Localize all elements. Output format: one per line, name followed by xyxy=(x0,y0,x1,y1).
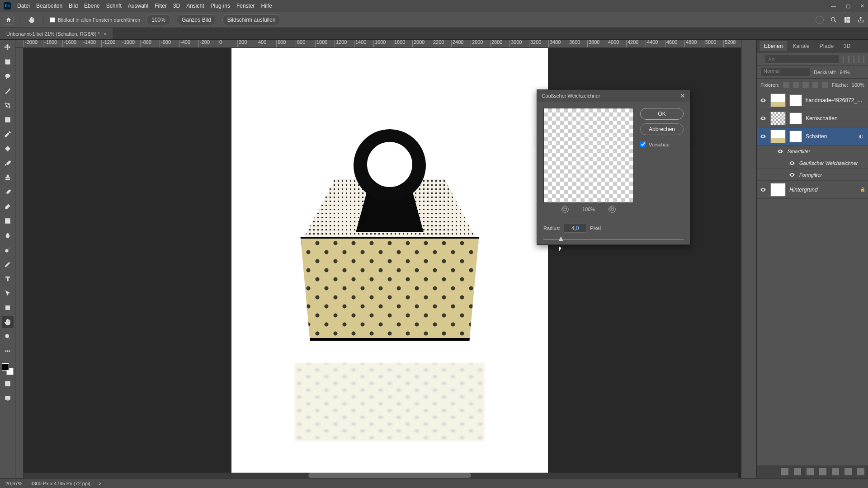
tab-layers[interactable]: Ebenen xyxy=(760,41,787,51)
scrollbar-thumb[interactable] xyxy=(308,473,471,478)
eraser-tool[interactable] xyxy=(2,201,14,212)
hand-tool-icon[interactable] xyxy=(27,15,37,25)
layer-thumbnail[interactable] xyxy=(770,94,786,107)
group-icon[interactable] xyxy=(832,468,839,475)
lock-position-icon[interactable] xyxy=(802,82,809,88)
blur-tool[interactable] xyxy=(2,230,14,241)
mask-icon[interactable] xyxy=(807,468,814,475)
search-icon[interactable] xyxy=(830,16,837,23)
menu-help[interactable]: Hilfe xyxy=(261,3,272,9)
lock-artboard-icon[interactable] xyxy=(812,82,819,88)
menu-filter[interactable]: Filter xyxy=(155,3,167,9)
dialog-preview[interactable] xyxy=(543,108,634,203)
filter-shape-icon[interactable] xyxy=(858,56,859,63)
cancel-button[interactable]: Abbrechen xyxy=(640,123,684,135)
share-icon[interactable] xyxy=(857,16,864,23)
wand-tool[interactable] xyxy=(2,85,14,97)
menu-type[interactable]: Schrift xyxy=(106,3,122,9)
radius-slider[interactable] xyxy=(537,235,690,244)
menu-select[interactable]: Auswahl xyxy=(128,3,148,9)
layer-thumbnail[interactable] xyxy=(770,112,786,125)
layer-name[interactable]: Formgitter xyxy=(799,172,865,178)
brush-tool[interactable] xyxy=(2,157,14,169)
ok-button[interactable]: OK xyxy=(640,108,684,120)
status-zoom[interactable]: 20,97% xyxy=(5,481,22,486)
move-tool[interactable] xyxy=(2,42,14,53)
visibility-eye-icon[interactable] xyxy=(777,148,784,155)
menu-3d[interactable]: 3D xyxy=(173,3,180,9)
layer-name[interactable]: handmade-4926872_1920 Kopie xyxy=(806,97,865,103)
zoom-out-icon[interactable] xyxy=(561,206,569,213)
status-doc-info[interactable]: 3300 Px x 4765 Px (72 ppi) xyxy=(30,481,90,486)
layer-thumbnail[interactable] xyxy=(770,130,786,143)
heal-tool[interactable] xyxy=(2,143,14,155)
tab-channels[interactable]: Kanäle xyxy=(788,41,814,51)
maximize-button[interactable]: ▢ xyxy=(846,3,850,9)
layer-mask-thumbnail[interactable] xyxy=(789,113,802,124)
layer-row[interactable]: Schatten◐ xyxy=(757,127,868,145)
dialog-close-icon[interactable]: ✕ xyxy=(680,92,685,99)
blend-mode-select[interactable]: Normal xyxy=(760,68,810,77)
layer-name[interactable]: Gaußscher Weichzeichner xyxy=(799,160,865,166)
layer-row[interactable]: Hintergrund🔒 xyxy=(757,181,868,199)
smart-filter-toggle-icon[interactable]: ◐ xyxy=(859,133,863,139)
visibility-eye-icon[interactable] xyxy=(788,171,796,178)
filter-pixel-icon[interactable] xyxy=(843,56,844,63)
workspace-icon[interactable] xyxy=(844,16,851,23)
minimize-button[interactable]: — xyxy=(831,3,836,9)
filter-smart-icon[interactable] xyxy=(863,56,864,63)
frame-tool[interactable] xyxy=(2,114,14,126)
zoom-tool[interactable] xyxy=(2,331,14,343)
edit-toolbar[interactable] xyxy=(2,345,14,357)
hand-tool[interactable] xyxy=(2,316,14,328)
layer-name[interactable]: Schatten xyxy=(806,133,855,140)
tab-3d[interactable]: 3D xyxy=(839,41,855,51)
scroll-all-checkbox-input[interactable] xyxy=(50,17,55,23)
new-layer-icon[interactable] xyxy=(844,468,852,475)
opacity-value[interactable]: 94% xyxy=(840,70,850,75)
visibility-eye-icon[interactable] xyxy=(760,133,767,140)
zoom-100-button[interactable]: 100% xyxy=(146,14,170,25)
layer-filter-input[interactable] xyxy=(765,55,839,64)
layer-row[interactable]: Gaußscher Weichzeichner xyxy=(757,157,868,169)
lock-all-icon[interactable] xyxy=(822,82,828,88)
cloud-icon[interactable] xyxy=(816,16,824,24)
layer-mask-thumbnail[interactable] xyxy=(789,131,802,142)
tab-paths[interactable]: Pfade xyxy=(815,41,838,51)
crop-tool[interactable] xyxy=(2,99,14,111)
menu-file[interactable]: Datei xyxy=(17,3,30,9)
close-tab-icon[interactable]: × xyxy=(104,31,106,37)
stamp-tool[interactable] xyxy=(2,172,14,183)
preview-checkbox[interactable]: Vorschau xyxy=(640,141,684,147)
fit-screen-button[interactable]: Ganzes Bild xyxy=(177,14,216,25)
layer-thumbnail[interactable] xyxy=(770,183,786,197)
lock-transparent-icon[interactable] xyxy=(783,82,789,88)
layer-name[interactable]: Hintergrund xyxy=(789,187,856,193)
menu-layer[interactable]: Ebene xyxy=(84,3,100,9)
fx-icon[interactable] xyxy=(794,468,801,475)
visibility-eye-icon[interactable] xyxy=(760,97,767,104)
horizontal-ruler[interactable]: -2000-1800-1600-1400-1200-1000-800-600-4… xyxy=(15,40,741,48)
trash-icon[interactable] xyxy=(857,468,864,475)
visibility-eye-icon[interactable] xyxy=(760,115,767,122)
slider-thumb[interactable] xyxy=(559,236,563,241)
eyedropper-tool[interactable] xyxy=(2,128,14,140)
gradient-tool[interactable] xyxy=(2,215,14,227)
zoom-in-icon[interactable] xyxy=(609,206,616,213)
layer-row[interactable]: Smartfilter xyxy=(757,145,868,157)
quickmask-tool[interactable] xyxy=(2,378,14,389)
layer-row[interactable]: handmade-4926872_1920 Kopie xyxy=(757,91,868,109)
close-window-button[interactable]: ✕ xyxy=(860,3,864,9)
layer-name[interactable]: Smartfilter xyxy=(788,149,865,154)
dialog-titlebar[interactable]: Gaußscher Weichzeichner ✕ xyxy=(537,90,690,102)
home-button[interactable] xyxy=(4,15,14,25)
screenmode-tool[interactable] xyxy=(2,392,14,404)
fill-screen-button[interactable]: Bildschirm ausfüllen xyxy=(222,14,281,25)
lock-pixels-icon[interactable] xyxy=(793,82,799,88)
vertical-ruler[interactable] xyxy=(15,48,24,478)
document-tab[interactable]: Unbenannt-1 bei 21% (Schatten, RGB/8) * … xyxy=(0,28,113,39)
menu-view[interactable]: Ansicht xyxy=(186,3,204,9)
menu-edit[interactable]: Bearbeiten xyxy=(36,3,62,9)
history-brush-tool[interactable] xyxy=(2,186,14,198)
pen-tool[interactable] xyxy=(2,258,14,270)
